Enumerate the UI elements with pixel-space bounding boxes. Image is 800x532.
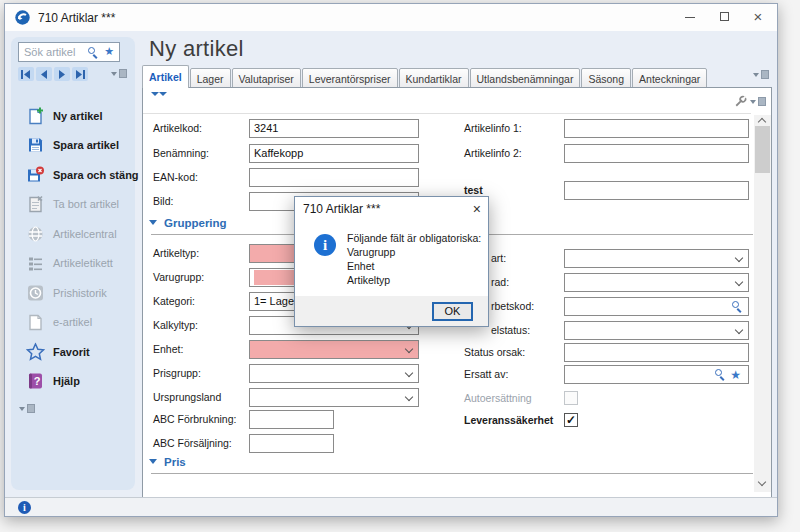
tab-artikel[interactable]: Artikel [142, 65, 189, 88]
dropdown-chevron-icon[interactable] [735, 326, 743, 334]
titlebar[interactable]: 710 Artiklar *** × [5, 4, 777, 31]
search-favorite-icon[interactable]: ★ [104, 45, 114, 58]
checkbox-leveranssakerhet[interactable]: ✓ [564, 413, 578, 427]
field-abc-f-rbrukning[interactable] [249, 410, 334, 429]
scrollbar-thumb[interactable] [755, 126, 770, 173]
field-artikelinfo-1[interactable] [564, 119, 749, 138]
sidebar-menu-icon[interactable] [19, 404, 35, 414]
collapse-all-icon[interactable] [151, 96, 167, 114]
field-label: Artikeltyp: [153, 244, 199, 263]
tab-valutapriser[interactable]: Valutapriser [232, 68, 301, 88]
favorite-icon[interactable]: ★ [730, 367, 741, 383]
history-icon [26, 284, 45, 303]
field-label: Artikelinfo 1: [464, 119, 522, 138]
tab-sasong[interactable]: Säsong [581, 68, 631, 88]
desktop-background: 710 Artiklar *** × Sök artikel ★ Ny arti… [0, 0, 800, 532]
field-rbetskod[interactable] [564, 297, 749, 316]
dialog-close-icon[interactable]: × [473, 201, 481, 217]
checkbox-autoersattning [564, 391, 578, 405]
close-button[interactable]: × [741, 4, 775, 30]
app-window: 710 Artiklar *** × Sök artikel ★ Ny arti… [4, 3, 778, 517]
sidebar-item-label: Artikelcentral [53, 228, 117, 240]
globe-icon [26, 225, 45, 244]
sidebar-item-label: e-artikel [53, 316, 92, 328]
sidebar-item-favorit[interactable]: Favorit [11, 338, 135, 366]
toolbar-menu-icon[interactable] [750, 97, 766, 107]
tab-anteckningar[interactable]: Anteckningar [632, 68, 707, 88]
label-icon [26, 254, 45, 273]
field-label: elstatus: [491, 321, 530, 340]
sidebar-item-ny-artikel[interactable]: Ny artikel [11, 102, 135, 130]
lookup-icon[interactable] [715, 369, 724, 378]
scroll-down-arrow[interactable] [754, 477, 771, 492]
field-label: Leveranssäkerhet [464, 411, 553, 430]
sidebar-item-spara-artikel[interactable]: Spara artikel [11, 131, 135, 159]
sidebar-item-hjalp[interactable]: ?Hjälp [11, 367, 135, 395]
sidebar-item-label: Spara artikel [53, 139, 119, 151]
sidebar-item-e-artikel: e-artikel [11, 308, 135, 336]
field-status-orsak[interactable] [564, 343, 749, 362]
nav-previous-button[interactable] [36, 67, 52, 81]
dropdown-chevron-icon[interactable] [735, 254, 743, 262]
ok-button[interactable]: OK [432, 302, 473, 321]
maximize-button[interactable] [707, 4, 741, 30]
customize-wrench-icon[interactable] [734, 95, 747, 108]
field-value: Kaffekopp [254, 145, 303, 162]
field-ursprungsland[interactable] [249, 388, 419, 407]
dropdown-chevron-icon[interactable] [735, 278, 743, 286]
dialog-footer: OK [295, 296, 488, 326]
nav-menu-icon[interactable] [111, 69, 127, 79]
status-info-icon[interactable]: i [18, 501, 31, 514]
svg-text:?: ? [34, 375, 41, 387]
field-label: art: [491, 249, 506, 268]
tab-leverant-rspriser[interactable]: Leverantörspriser [302, 68, 398, 88]
sidebar-item-label: Ta bort artikel [53, 198, 119, 210]
search-box[interactable]: Sök artikel ★ [18, 42, 120, 62]
sidebar-item-ta-bort-artikel: Ta bort artikel [11, 190, 135, 218]
field-elstatus[interactable] [564, 321, 749, 340]
vertical-scrollbar[interactable] [754, 115, 771, 492]
status-bar: i [5, 497, 777, 516]
info-icon: i [314, 234, 336, 256]
tab-kundartiklar[interactable]: Kundartiklar [399, 68, 469, 88]
page-title: Ny artikel [149, 36, 244, 62]
field-label: Artikelinfo 2: [464, 144, 522, 163]
nav-next-button[interactable] [54, 67, 70, 81]
dropdown-chevron-icon[interactable] [405, 345, 413, 353]
field-abc-f-rsaljning[interactable] [249, 434, 334, 453]
search-icon[interactable] [88, 47, 97, 56]
tab-utlandsbenamningar[interactable]: Utlandsbenämningar [470, 68, 581, 88]
toolbar-separator [143, 113, 751, 114]
field-rad[interactable] [564, 273, 749, 292]
section-header-gruppering[interactable]: Gruppering [164, 217, 227, 229]
nav-first-button[interactable] [18, 67, 34, 81]
field-prisgrupp[interactable] [249, 364, 419, 383]
tabs-menu-icon[interactable] [753, 70, 769, 80]
tab-lager[interactable]: Lager [190, 68, 231, 88]
field-enhet[interactable] [249, 340, 419, 359]
field-artikelkod[interactable]: 3241 [249, 119, 419, 138]
dialog-message-line: Artikeltyp [347, 273, 481, 287]
dropdown-chevron-icon[interactable] [405, 393, 413, 401]
minimize-button[interactable] [673, 4, 707, 30]
dialog-message: Följande fält är obligatoriska:Varugrupp… [347, 231, 481, 287]
field-benamning[interactable]: Kaffekopp [249, 144, 419, 163]
field-label: Ursprungsland [153, 388, 221, 407]
field-art[interactable] [564, 249, 749, 268]
field-test[interactable] [564, 181, 749, 200]
section-collapse-icon[interactable] [149, 220, 157, 225]
field-ean-kod[interactable] [249, 168, 419, 187]
field-label: rbetskod: [491, 297, 534, 316]
nav-last-button[interactable] [72, 67, 88, 81]
section-collapse-icon[interactable] [149, 459, 157, 464]
section-header-pris[interactable]: Pris [164, 456, 186, 468]
field-label: Autoersättning [464, 389, 532, 408]
field-label: ABC Försäljning: [153, 434, 232, 453]
sidebar-item-label: Favorit [53, 346, 90, 358]
sidebar-item-spara-och-stang[interactable]: Spara och stäng [11, 161, 135, 189]
message-dialog: 710 Artiklar *** × i Följande fält är ob… [294, 196, 489, 327]
field-artikelinfo-2[interactable] [564, 144, 749, 163]
dropdown-chevron-icon[interactable] [405, 369, 413, 377]
lookup-icon[interactable] [732, 301, 741, 310]
field-ersatt-av[interactable]: ★ [564, 365, 749, 384]
